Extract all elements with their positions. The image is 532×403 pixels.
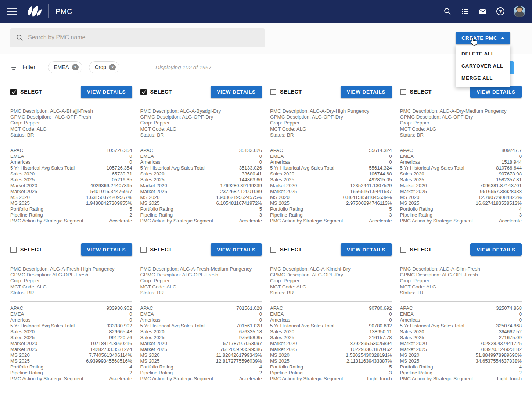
metric-row: Market 20257612059.93599586	[140, 346, 262, 352]
view-details-button[interactable]: VIEW DETAILS	[211, 86, 262, 98]
metric-value: 1.94808427309955%	[86, 200, 132, 206]
view-details-button[interactable]: VIEW DETAILS	[81, 243, 132, 256]
select-control[interactable]: SELECT	[140, 89, 172, 95]
view-details-button[interactable]: VIEW DETAILS	[81, 86, 132, 98]
metric-row: Americas0	[10, 317, 132, 323]
metric-value: 34.6537554637838%	[476, 358, 522, 364]
view-details-button[interactable]: VIEW DETAILS	[341, 86, 392, 98]
metric-row: Portfolio Rating5	[140, 206, 262, 212]
metric-value: Light Touch	[497, 376, 522, 382]
select-control[interactable]: SELECT	[140, 247, 172, 253]
metric-value: 325074.868	[496, 305, 522, 311]
metric-label: Pipeline Rating	[10, 212, 43, 218]
mail-icon[interactable]	[478, 7, 487, 16]
metric-label: Market 2025	[400, 346, 427, 352]
list-icon[interactable]	[461, 7, 470, 16]
select-checkbox[interactable]	[10, 89, 17, 95]
metric-label: MS 2020	[10, 195, 30, 200]
metric-label: Sales 2025	[400, 177, 424, 183]
metric-row: Americas0	[10, 159, 132, 165]
metric-row: APAC55614.324	[270, 148, 392, 153]
metric-label: Market 2025	[270, 346, 297, 352]
view-details-button[interactable]: VIEW DETAILS	[211, 243, 262, 256]
metric-value: 12352441.1307529	[350, 183, 392, 189]
app-title: PMC	[55, 7, 72, 16]
metrics-table: APAC105726.354EMEA0Americas05 Yr Histori…	[10, 148, 132, 224]
metric-label: Market 2020	[10, 183, 37, 189]
gpmc-description-line: GPMC Desciption: ALG-OPF-Dry	[270, 272, 392, 278]
view-details-button[interactable]: VIEW DETAILS	[470, 86, 522, 98]
metric-value: 65739.31	[112, 171, 132, 177]
select-control[interactable]: SELECT	[270, 247, 302, 253]
status-line: Status: BR	[270, 132, 392, 138]
metric-value: 55614.324	[369, 165, 392, 171]
metric-value: 7.7405613406114%	[89, 352, 132, 358]
select-checkbox[interactable]	[140, 247, 147, 253]
select-label: SELECT	[280, 247, 302, 253]
chip-remove-icon[interactable]: ✕	[72, 64, 79, 70]
metric-label: PMC Action by Strategic Segment	[140, 218, 213, 224]
select-checkbox[interactable]	[270, 89, 276, 95]
pmc-description-line: PMC Description: ALG-A-Fresh-Medium Pung…	[140, 266, 262, 272]
metric-value: 0	[129, 159, 132, 165]
hamburger-menu-icon[interactable]	[7, 8, 17, 15]
metric-row: Market 20207096381.87143701	[400, 183, 522, 189]
select-checkbox[interactable]	[270, 247, 276, 253]
gpmc-description-line: GPMC Desciption: ALG-OPF-Fresh	[10, 272, 132, 278]
search-box[interactable]	[10, 28, 265, 47]
select-control[interactable]: SELECT	[10, 89, 42, 95]
metric-row: MS 202534.6537554637838%	[400, 358, 522, 364]
search-icon[interactable]	[443, 7, 452, 16]
metric-value: 90780.692	[369, 305, 392, 311]
select-control[interactable]: SELECT	[10, 247, 42, 253]
metric-value: Accelerate	[109, 218, 132, 224]
metric-label: MS 2025	[400, 358, 420, 364]
card-divider	[10, 144, 132, 144]
metric-label: MS 2025	[270, 200, 290, 206]
metric-label: Americas	[400, 159, 420, 165]
create-pmc-button[interactable]: CREATE PMC	[456, 32, 510, 44]
view-details-button[interactable]: VIEW DETAILS	[470, 243, 522, 256]
metric-value: 105726.354	[107, 148, 132, 153]
select-checkbox[interactable]	[140, 89, 147, 95]
view-details-button[interactable]: VIEW DETAILS	[341, 243, 392, 256]
select-checkbox[interactable]	[400, 247, 406, 253]
metric-value: 105726.354	[107, 165, 132, 171]
metric-row: Sales 2020106744.68	[270, 171, 392, 177]
select-label: SELECT	[410, 89, 432, 95]
user-avatar[interactable]	[514, 6, 525, 17]
filter-chip-crop[interactable]: Crop ✕	[89, 61, 119, 73]
metric-value: 144863.66	[239, 177, 262, 183]
metric-label: Portfolio Rating	[270, 206, 303, 212]
search-input[interactable]	[28, 34, 259, 41]
metric-row: 5 Yr Historical Avg Sales Total933980.90…	[10, 323, 132, 329]
gpmc-description-line: GPMC Desciption: ALG-OPF-Fresh	[400, 272, 522, 278]
metric-row: Pipeline Rating3	[270, 212, 392, 218]
metric-value: 783970.124923182	[480, 346, 522, 352]
help-icon[interactable]: ?	[496, 7, 505, 16]
select-control[interactable]: SELECT	[400, 89, 432, 95]
select-checkbox[interactable]	[10, 247, 17, 253]
metric-row: Sales 20251582357.81	[400, 177, 522, 183]
select-control[interactable]: SELECT	[270, 89, 302, 95]
metric-label: Pipeline Rating	[140, 212, 173, 218]
filter-chip-emea[interactable]: EMEA ✕	[48, 61, 82, 73]
metric-row: 5 Yr Historical Avg Sales Total35133.026	[140, 165, 262, 171]
select-checkbox[interactable]	[400, 89, 406, 95]
menu-item-merge-all[interactable]: MERGE ALL	[456, 72, 510, 84]
menu-item-caryover-all[interactable]: CARYOVER ALL	[456, 60, 510, 72]
menu-item-delete-all[interactable]: DELETE ALL	[456, 48, 510, 60]
metric-value: 4	[519, 364, 522, 370]
metric-value: 12.8172775596039%	[216, 358, 262, 364]
metric-row: Portfolio Rating4	[140, 364, 262, 370]
pmc-card: SELECT VIEW DETAILS PMC Description: ALG…	[400, 243, 522, 382]
pmc-card: SELECT VIEW DETAILS PMC Description: ALG…	[140, 243, 262, 382]
chip-remove-icon[interactable]: ✕	[109, 64, 116, 70]
metric-value: 5717879.7053097	[223, 341, 262, 346]
select-control[interactable]: SELECT	[400, 247, 432, 253]
metric-value: 5	[389, 206, 392, 212]
pmc-card: SELECT VIEW DETAILS PMC Description: ALG…	[270, 86, 392, 224]
metric-value: 6.10548116741972%	[216, 200, 262, 206]
metric-label: Market 2025	[10, 346, 37, 352]
metric-row: 5 Yr Historical Avg Sales Total325074.86…	[400, 323, 522, 329]
